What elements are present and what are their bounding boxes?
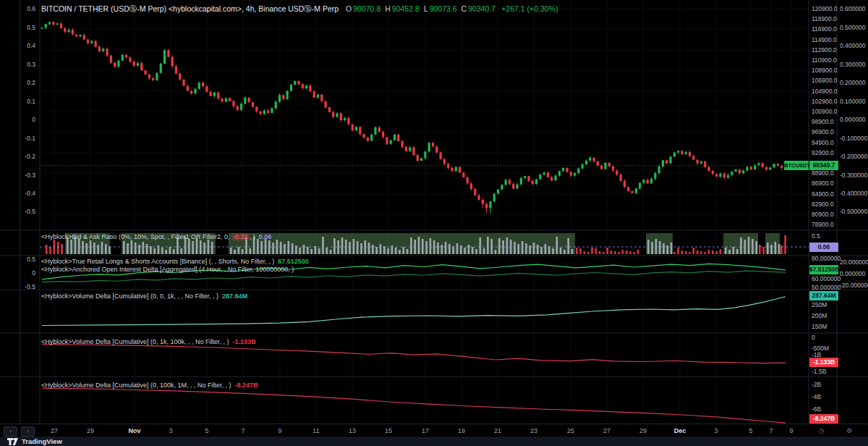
axis-tick-label: -0.2 (25, 153, 35, 160)
time-tick-label: 5 (749, 427, 752, 434)
axis-tick-label: 88900.0 (812, 169, 834, 177)
axis-tick-label: 0.5 (812, 232, 820, 240)
axis-tick-label: 92900.0 (812, 149, 834, 156)
volume-delta-1m-value: -8.247B (235, 382, 258, 389)
volume-delta-1k-value: 287.64M (222, 293, 247, 300)
indicator-label-bid-ask-ratio[interactable]: <Hyblock>Bid & Ask Ratio (0%, 10%, Spot,… (41, 233, 271, 240)
footer-bar: TradingView (0, 437, 868, 446)
axis-tick-label: 0.2 (27, 79, 35, 86)
axis-tick-label: 0.5 (27, 24, 35, 31)
time-tick-label: 17 (422, 427, 429, 434)
axis-tick-label: 0.200000 (840, 79, 865, 86)
axis-tick-label: -0.500000 (840, 208, 867, 215)
indicator-label-volume-delta-100k[interactable]: <Hyblock>Volume Delta [Cumulative] (0, 1… (41, 338, 256, 345)
price-axis-badge: 0.06 (809, 243, 838, 252)
axis-tick-label: 0.300000 (840, 61, 865, 68)
time-tick-label: 3 (714, 427, 718, 434)
axis-tick-label: 0.6 (27, 5, 35, 12)
time-tick-label: 25 (567, 427, 574, 434)
scale-settings-icon[interactable]: ⚙ (846, 427, 852, 434)
left-price-scale[interactable]: 0.60.50.40.30.20.10-0.1-0.2-0.3-0.4-0.50… (0, 0, 40, 424)
change-value: +267.1 (+0.30%) (501, 4, 558, 13)
volume-delta-100k-value: -1.133B (233, 338, 256, 345)
indicator-label-anchored-oi[interactable]: <Hyblock>Anchored Open Interest Delta [A… (41, 266, 294, 273)
time-tick-label: 7 (241, 427, 244, 434)
axis-tick-label: 86900.0 (812, 180, 834, 187)
price-axis-badge: 287.64M (809, 291, 838, 300)
axis-tick-label: -20.000000 (840, 282, 868, 289)
time-axis-button-right[interactable]: › (21, 426, 35, 437)
axis-tick-label: 50.000000 (812, 284, 841, 291)
axis-tick-label: 78900.0 (812, 221, 834, 228)
time-tick-label: 9 (278, 427, 281, 434)
axis-tick-label: 116900.0 (812, 25, 837, 33)
axis-tick-label: 82900.0 (812, 201, 834, 208)
chart-window: BITCOIN / TETHER (USDⓈ-M Perp) <hyblockc… (0, 0, 868, 446)
axis-tick-label: -0.400000 (840, 190, 867, 197)
axis-tick-label: 0 (812, 334, 815, 341)
axis-tick-label: 150M (812, 323, 827, 330)
time-tick-label: 9 (789, 427, 793, 434)
axis-tick-label: -0.300000 (840, 172, 867, 179)
axis-tick-label: 0.400000 (840, 42, 865, 49)
axis-tick-label: 110900.0 (812, 56, 837, 64)
axis-tick-label: 0.100000 (840, 98, 865, 105)
bid-ask-value: 0.06 (259, 233, 272, 240)
price-axis-badge: 67.512500 (809, 265, 838, 274)
indicator-label-volume-delta-1m[interactable]: <Hyblock>Volume Delta [Cumulative] (0, 1… (41, 382, 258, 389)
symbol-title: BITCOIN / TETHER (USDⓈ-M Perp) <hyblockc… (41, 4, 339, 13)
time-tick-label: 23 (530, 427, 537, 434)
time-axis-button-left[interactable]: ‹ (4, 426, 17, 437)
price-axis-badge: -8.247B (809, 414, 838, 424)
axis-tick-label: -0.100000 (840, 135, 867, 142)
axis-tick-label: -2B (812, 381, 821, 388)
time-tick-label: 29 (639, 427, 647, 434)
axis-tick-label: 118900.0 (812, 15, 837, 22)
scale-clock-icon[interactable]: ◷ (819, 427, 825, 434)
axis-tick-label: 0 (32, 269, 35, 277)
chart-canvas[interactable] (0, 0, 868, 446)
time-tick-label: 21 (494, 427, 501, 434)
price-axis-badge: 90340.7 (809, 161, 838, 170)
time-tick-label: 5 (205, 427, 208, 434)
axis-tick-label: 0.000000 (840, 270, 865, 277)
axis-tick-label: 60.000000 (812, 275, 841, 282)
ohlc-readout: O90070.8H90452.8L90073.6C90340.7+267.1 (… (346, 4, 562, 13)
true-retail-value: 67.512500 (278, 258, 309, 265)
time-tick-label: 19 (458, 427, 465, 434)
tradingview-logo-text[interactable]: TradingView (22, 437, 62, 445)
symbol-legend[interactable]: BITCOIN / TETHER (USDⓈ-M Perp) <hyblockc… (41, 4, 562, 14)
axis-tick-label: 96900.0 (812, 128, 834, 135)
axis-tick-label: 104900.0 (812, 88, 837, 95)
time-tick-label: Dec (674, 427, 686, 434)
axis-tick-label: -0.4 (25, 190, 35, 197)
axis-tick-label: -6B (812, 405, 821, 413)
time-tick-label: 27 (603, 427, 610, 434)
axis-tick-label: 106900.0 (812, 77, 837, 84)
axis-tick-label: 0.5 (27, 256, 35, 263)
axis-tick-label: 0.3 (27, 61, 35, 68)
axis-tick-label: 0.500000 (840, 24, 865, 31)
axis-tick-label: 0.1 (27, 98, 35, 105)
tradingview-logo-icon[interactable] (7, 438, 18, 445)
axis-tick-label: 112900.0 (812, 46, 837, 54)
axis-tick-label: 94900.0 (812, 139, 834, 146)
axis-tick-label: 0.4 (27, 42, 35, 49)
axis-tick-label: -4B (812, 393, 821, 400)
time-tick-label: 3 (169, 427, 172, 434)
time-tick-label: Nov (128, 427, 140, 434)
indicator-label-volume-delta-1k[interactable]: <Hyblock>Volume Delta [Cumulative] (0, 0… (41, 293, 247, 300)
axis-tick-label: 80.000000 (812, 255, 841, 262)
axis-tick-label: 114900.0 (812, 36, 837, 43)
axis-tick-label: 80900.0 (812, 211, 834, 218)
close-value: 90340.7 (468, 4, 495, 13)
axis-tick-label: 84900.0 (812, 190, 834, 198)
axis-tick-label: 0 (32, 116, 35, 123)
axis-tick-label: -1.5B (812, 368, 826, 375)
open-value: 90070.8 (353, 4, 380, 13)
right-price-scale[interactable]: 120900.0118900.0116900.0114900.0112900.0… (809, 0, 868, 424)
axis-tick-label: -0.3 (25, 172, 35, 179)
axis-tick-label: 102900.0 (812, 98, 837, 105)
time-axis[interactable]: 2729Nov357911131517192123252729Dec3579 (0, 424, 868, 437)
indicator-label-true-retail[interactable]: <Hyblock>True Retail Longs & Shorts Acco… (41, 258, 309, 265)
